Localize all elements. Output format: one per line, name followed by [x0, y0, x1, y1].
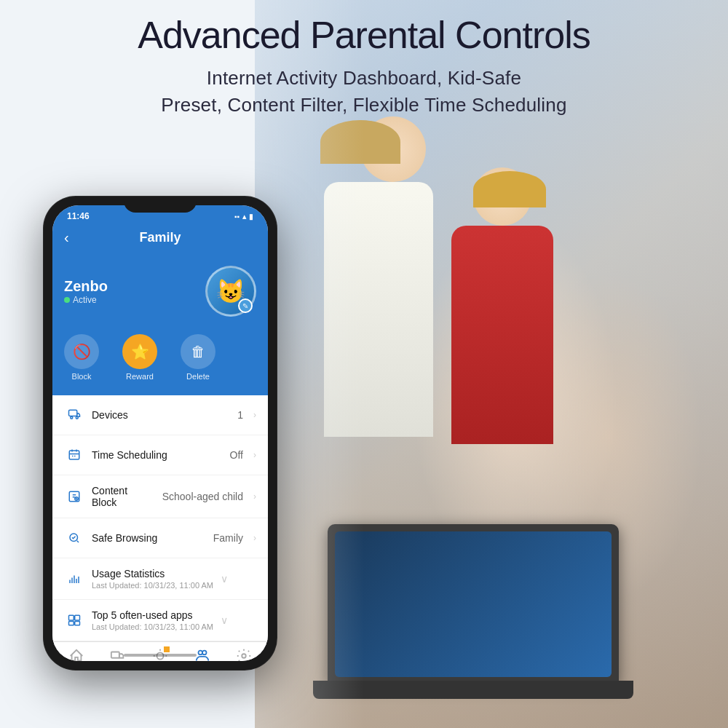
time-scheduling-icon	[64, 445, 84, 465]
safe-browsing-value: Family	[213, 532, 243, 544]
status-time: 11:46	[67, 211, 90, 221]
subtitle-line1: Internet Activity Dashboard, Kid-Safe	[207, 67, 521, 89]
menu-item-devices[interactable]: Devices 1 ›	[52, 395, 268, 435]
reward-label: Reward	[126, 372, 154, 381]
svg-rect-8	[75, 615, 80, 620]
header-area: Advanced Parental Controls Internet Acti…	[0, 15, 728, 118]
menu-item-top-apps[interactable]: Top 5 often-used apps Last Updated: 10/3…	[52, 600, 268, 641]
top-apps-expand: ∨	[221, 614, 228, 626]
profile-info: Zenbo Active	[64, 278, 108, 305]
status-dot	[64, 297, 70, 303]
subtitle-line2: Preset, Content Filter, Flexible Time Sc…	[161, 94, 566, 116]
action-buttons: 🚫 Block ⭐ Reward 🗑 Delete	[52, 328, 268, 395]
nav-home[interactable]: Home	[59, 648, 94, 661]
content-block-value: School-aged child	[162, 491, 243, 502]
devices-value: 1	[237, 409, 243, 421]
status-icons: ▪▪ ▴ ▮	[234, 213, 253, 221]
svg-point-2	[76, 416, 78, 419]
reward-action[interactable]: ⭐ Reward	[122, 334, 157, 381]
svg-point-15	[242, 654, 246, 658]
app-header: ‹ Family	[52, 224, 268, 266]
devices-chevron: ›	[253, 410, 256, 420]
profile-status: Active	[64, 295, 108, 305]
top-apps-content: Top 5 often-used apps Last Updated: 10/3…	[92, 609, 213, 631]
usage-statistics-sublabel: Last Updated: 10/31/23, 11:00 AM	[92, 581, 213, 590]
block-action[interactable]: 🚫 Block	[64, 334, 99, 381]
app-header-title: Family	[139, 230, 181, 245]
safe-browsing-icon	[64, 528, 84, 548]
top-apps-label: Top 5 often-used apps	[92, 609, 213, 621]
usage-statistics-icon	[64, 569, 84, 589]
menu-item-time-scheduling[interactable]: Time Scheduling Off ›	[52, 435, 268, 475]
phone-notch	[124, 197, 197, 213]
delete-icon: 🗑	[181, 334, 215, 369]
menu-item-safe-browsing[interactable]: Safe Browsing Family ›	[52, 518, 268, 558]
svg-rect-10	[75, 622, 80, 625]
svg-rect-3	[69, 451, 79, 459]
svg-rect-11	[111, 652, 119, 658]
menu-list: Devices 1 › Time Scheduling Off	[52, 395, 268, 641]
settings-nav-icon	[236, 648, 252, 661]
content-block-icon	[64, 486, 84, 507]
usage-statistics-label: Usage Statistics	[92, 568, 213, 579]
back-button[interactable]: ‹	[64, 229, 69, 246]
usage-statistics-content: Usage Statistics Last Updated: 10/31/23,…	[92, 568, 213, 590]
content-block-label: Content Block	[92, 485, 155, 508]
profile-name: Zenbo	[64, 278, 108, 295]
top-apps-icon	[64, 610, 84, 630]
svg-point-1	[71, 416, 73, 419]
bottom-navigation: Home Devices	[52, 641, 268, 661]
menu-item-usage-statistics[interactable]: Usage Statistics Last Updated: 10/31/23,…	[52, 558, 268, 600]
time-scheduling-chevron: ›	[253, 450, 256, 460]
nav-settings[interactable]: Settings	[226, 648, 261, 661]
safe-browsing-chevron: ›	[253, 533, 256, 543]
edit-badge[interactable]: ✎	[238, 298, 253, 313]
svg-rect-0	[69, 410, 77, 416]
time-scheduling-value: Off	[230, 449, 243, 461]
time-scheduling-label: Time Scheduling	[92, 449, 223, 461]
block-icon: 🚫	[64, 334, 99, 369]
subtitle: Internet Activity Dashboard, Kid-Safe Pr…	[0, 65, 728, 118]
safe-browsing-label: Safe Browsing	[92, 532, 206, 544]
home-indicator	[124, 654, 197, 657]
avatar[interactable]: 😺 ✎	[205, 266, 256, 317]
phone-body: 11:46 ▪▪ ▴ ▮ ‹ Family Zenbo	[44, 197, 277, 670]
phone-screen: 11:46 ▪▪ ▴ ▮ ‹ Family Zenbo	[52, 205, 268, 661]
reward-icon: ⭐	[122, 334, 157, 369]
home-nav-icon	[68, 648, 84, 661]
profile-section: Zenbo Active 😺 ✎	[52, 266, 268, 328]
svg-rect-9	[69, 622, 74, 625]
top-apps-sublabel: Last Updated: 10/31/23, 11:00 AM	[92, 622, 213, 631]
menu-item-content-block[interactable]: Content Block School-aged child ›	[52, 475, 268, 518]
block-label: Block	[72, 372, 92, 381]
devices-label: Devices	[92, 409, 230, 421]
app-header-top: ‹ Family	[64, 230, 256, 245]
phone-mockup: 11:46 ▪▪ ▴ ▮ ‹ Family Zenbo	[44, 197, 277, 670]
content-block-chevron: ›	[253, 491, 256, 502]
main-title: Advanced Parental Controls	[0, 15, 728, 56]
svg-point-14	[202, 651, 207, 655]
svg-rect-7	[69, 615, 74, 620]
delete-action[interactable]: 🗑 Delete	[181, 334, 215, 381]
delete-label: Delete	[186, 372, 210, 381]
usage-statistics-expand: ∨	[221, 573, 228, 585]
devices-icon	[64, 405, 84, 425]
